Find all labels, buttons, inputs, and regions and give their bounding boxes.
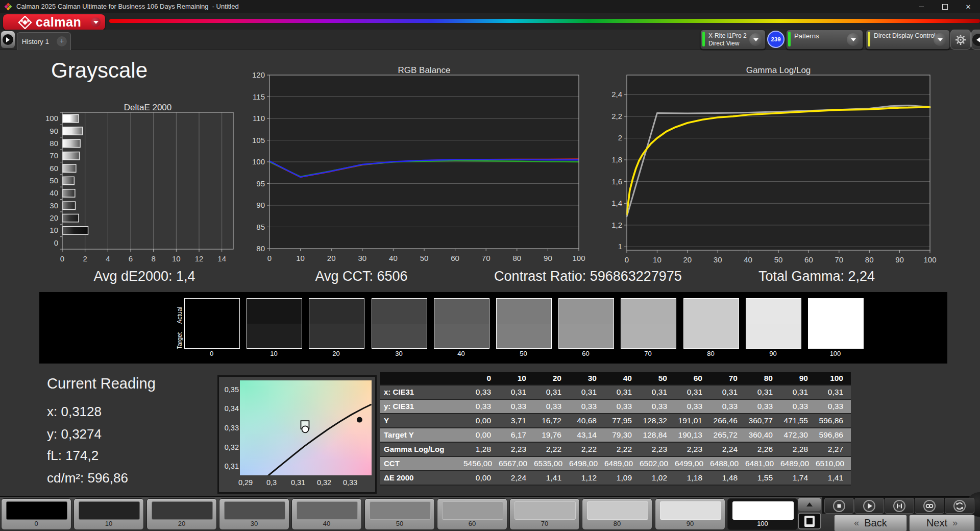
svg-text:70: 70 — [835, 255, 843, 264]
expand-patterns-button[interactable] — [798, 498, 821, 511]
table-cell: 360,77 — [745, 414, 780, 427]
calman-menu-arrow-icon — [91, 17, 101, 27]
patterns-status-bar — [788, 32, 791, 46]
table-cell: 360,40 — [745, 428, 780, 442]
strip-swatch-label: 90 — [746, 350, 800, 357]
pattern-patch-40[interactable]: 40 — [291, 498, 362, 530]
table-cell: 266,46 — [710, 414, 745, 427]
cie-x-tick-label: 0,29 — [234, 478, 257, 487]
meter-dropdown[interactable]: X-Rite i1Pro 2 Direct View — [700, 30, 766, 50]
pattern-window-button[interactable] — [798, 513, 821, 529]
strip-swatch-70 — [621, 298, 676, 349]
restore-button[interactable] — [933, 0, 957, 13]
pattern-patch-label: 30 — [219, 520, 289, 527]
table-cell: 6489,00 — [780, 457, 816, 470]
interval-button[interactable] — [885, 498, 914, 514]
strip-swatch-actual — [621, 299, 676, 324]
add-layout-tab-button[interactable]: + — [53, 32, 71, 50]
pattern-patch-20[interactable]: 20 — [146, 498, 217, 530]
table-cell: 2,27 — [816, 443, 851, 456]
pattern-patch-50[interactable]: 50 — [364, 498, 435, 530]
table-cell: 0,33 — [640, 400, 675, 413]
table-row: ΔE 20000,002,241,411,121,091,021,181,481… — [380, 471, 851, 486]
grayscale-swatch-strip: Actual Target 0102030405060708090100 — [39, 292, 947, 364]
pattern-patch-60[interactable]: 60 — [437, 498, 507, 530]
pattern-patch-swatch — [297, 501, 358, 520]
table-cell: 596,86 — [816, 414, 851, 427]
patterns-dropdown[interactable]: Patterns — [786, 30, 863, 50]
collapse-panel-button[interactable] — [971, 30, 980, 50]
table-cell: 0,33 — [780, 400, 816, 413]
calman-menu-button[interactable]: calman — [3, 14, 105, 30]
strip-swatch-50 — [496, 298, 552, 349]
pattern-patch-90[interactable]: 90 — [655, 498, 725, 530]
app-icon — [4, 3, 12, 11]
svg-text:14: 14 — [217, 254, 226, 263]
table-cell: 0,31 — [780, 385, 816, 399]
svg-text:8: 8 — [151, 254, 155, 263]
meter-device-label: X-Rite i1Pro 2 — [708, 32, 747, 39]
stop-icon — [832, 499, 846, 513]
pattern-patch-swatch — [442, 501, 503, 520]
display-control-dropdown[interactable]: Direct Display Control — [866, 30, 950, 50]
pattern-patch-0[interactable]: 0 — [1, 498, 71, 530]
table-row-label: Y — [380, 414, 463, 427]
measurement-count-badge[interactable]: 239 — [767, 31, 785, 48]
pattern-patch-30[interactable]: 30 — [219, 498, 289, 530]
pattern-patch-100[interactable]: 100 — [727, 498, 798, 530]
strip-swatch-actual — [309, 299, 364, 324]
play-button[interactable] — [854, 498, 884, 514]
svg-text:0: 0 — [60, 254, 64, 263]
cie-y-tick-label: 0,34 — [220, 404, 239, 413]
pattern-patch-10[interactable]: 10 — [74, 498, 144, 530]
table-cell: 596,86 — [816, 428, 851, 442]
settings-button[interactable] — [950, 30, 971, 50]
table-cell: 0,33 — [499, 400, 534, 413]
cie-y-tick-label: 0,33 — [220, 424, 239, 432]
svg-text:20: 20 — [327, 254, 336, 262]
table-header-cell: 80 — [745, 372, 780, 384]
table-cell: 1,74 — [780, 471, 816, 485]
display-control-label: Direct Display Control — [874, 32, 936, 39]
pattern-patch-80[interactable]: 80 — [582, 498, 652, 530]
tab-history-1[interactable]: History 1 — [17, 32, 54, 50]
layout-nav-button[interactable] — [1, 31, 15, 48]
window-titlebar: Calman 2025 Calman Ultimate for Business… — [0, 0, 980, 13]
minimize-button[interactable] — [910, 0, 933, 13]
interval-icon — [893, 499, 906, 513]
tab-history-label: History 1 — [22, 38, 49, 45]
strip-swatch-actual — [559, 299, 614, 324]
close-button[interactable]: ✕ — [957, 0, 980, 13]
gear-icon — [955, 34, 966, 45]
svg-text:0: 0 — [625, 255, 629, 264]
svg-text:30: 30 — [50, 201, 58, 210]
svg-text:1,6: 1,6 — [611, 177, 622, 186]
continuous-button[interactable] — [915, 498, 944, 514]
cie-x-tick-label: 0,32 — [313, 478, 335, 487]
table-cell: 6510,00 — [816, 457, 851, 470]
svg-text:1,8: 1,8 — [611, 155, 622, 164]
grayscale-data-table: 0102030405060708090100x: CIE310,330,310,… — [380, 372, 851, 486]
refresh-button[interactable] — [945, 498, 974, 514]
strip-swatch-60 — [558, 298, 614, 349]
table-cell: 6567,00 — [499, 457, 534, 470]
strip-swatch-actual — [808, 299, 863, 324]
table-header-cell: 70 — [710, 372, 745, 384]
table-header-cell: 20 — [534, 372, 569, 384]
table-header-cell: 90 — [780, 372, 816, 384]
table-cell: 5456,00 — [463, 457, 499, 470]
table-cell: 6,17 — [499, 428, 534, 442]
svg-text:20: 20 — [683, 255, 692, 264]
table-cell: 128,84 — [640, 428, 675, 442]
svg-text:80: 80 — [256, 244, 265, 253]
pattern-patch-70[interactable]: 70 — [509, 498, 580, 530]
svg-text:1,2: 1,2 — [611, 221, 622, 229]
svg-text:10: 10 — [296, 254, 305, 262]
stop-button[interactable] — [824, 498, 854, 514]
back-button[interactable]: « Back — [834, 515, 907, 531]
svg-text:60: 60 — [804, 255, 813, 264]
strip-swatch-target — [684, 324, 739, 349]
svg-text:100: 100 — [923, 255, 936, 264]
next-button[interactable]: Next » — [909, 515, 975, 531]
table-cell: 1,48 — [710, 471, 745, 485]
